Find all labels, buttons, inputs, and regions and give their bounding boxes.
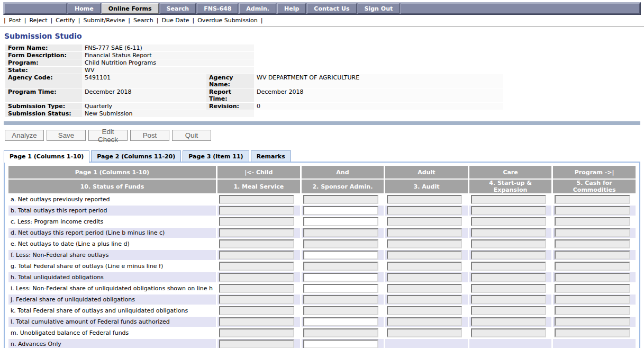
edit-check-button[interactable]: Edit Check (88, 130, 128, 141)
col-header-4: 4. Start-up & Expansion (469, 180, 552, 193)
cell-g-3 (385, 261, 468, 271)
cell-n-1 (217, 339, 300, 348)
cell-l-5 (553, 317, 636, 327)
info-value-agency-name: WV DEPARTMENT OF AGRICULTURE (254, 74, 503, 88)
amount-input-l1 (219, 317, 294, 326)
nav-tab-search[interactable]: Search (160, 3, 196, 14)
cell-g-5 (553, 261, 636, 271)
cell-a-4 (469, 194, 552, 204)
row-label: e. Net outlays to date (Line a plus line… (8, 239, 216, 249)
amount-input-f2[interactable] (303, 251, 378, 260)
amount-input-c2[interactable] (303, 217, 378, 226)
amount-input-h3 (387, 273, 462, 282)
amount-input-l2[interactable] (303, 317, 378, 326)
menu-item-search[interactable]: Search (133, 17, 153, 24)
cell-f-1 (217, 250, 300, 260)
save-button[interactable]: Save (47, 130, 86, 141)
cell-h-5 (553, 272, 636, 282)
cell-e-5 (553, 239, 636, 249)
amount-input-b1 (219, 206, 294, 215)
top-nav: HomeOnline FormsSearchFNS-648Admin.HelpC… (3, 2, 641, 15)
menu-item-reject[interactable]: Reject (29, 17, 47, 24)
info-filler (254, 67, 503, 74)
info-value-submission-type: Quarterly (82, 103, 206, 110)
row-label: h. Total unliquidated obligations (8, 272, 216, 282)
row-label: b. Total outlays this report period (8, 206, 216, 216)
amount-input-b2[interactable] (303, 206, 378, 215)
amount-input-h5 (555, 273, 630, 282)
cell-c-3 (385, 217, 468, 227)
info-value-revision: 0 (254, 103, 503, 110)
menu-item-overdue-submission[interactable]: Overdue Submission (197, 17, 257, 24)
amount-input-j5 (555, 295, 630, 304)
menu-item-due-date[interactable]: Due Date (161, 17, 189, 24)
cell-b-3 (385, 206, 468, 216)
analyze-button[interactable]: Analyze (5, 130, 44, 141)
amount-input-d2 (303, 228, 378, 237)
amount-input-c4 (471, 217, 546, 226)
amount-input-h2[interactable] (303, 273, 378, 282)
col-header-2: 2. Sponsor Admin. (302, 180, 384, 193)
quit-button[interactable]: Quit (172, 130, 211, 141)
nav-tab-admin[interactable]: Admin. (239, 3, 276, 14)
tab-page-1-columns-1-10[interactable]: Page 1 (Columns 1-10) (4, 150, 89, 163)
form-info-grid: Form Name:FNS-777 SAE (6-11)Form Descrip… (5, 44, 508, 117)
amount-input-f4 (471, 251, 546, 260)
table-row-c: c. Less: Program income credits (8, 217, 636, 227)
amount-input-d1 (219, 228, 294, 237)
header-row: 10. Status of Funds1. Meal Service2. Spo… (8, 180, 636, 193)
menu-separator: | (192, 17, 194, 24)
amount-input-i2[interactable] (303, 284, 378, 293)
menu-item-post[interactable]: Post (9, 17, 21, 24)
row-label: d. Net outlays this report period (Line … (8, 228, 216, 238)
amount-input-k4 (471, 306, 546, 315)
nav-tab-help[interactable]: Help (277, 3, 306, 14)
col-group-header-3: Adult (385, 166, 468, 179)
nav-filler-left (4, 3, 67, 14)
cell-a-5 (553, 194, 636, 204)
cell-c-2 (302, 217, 384, 227)
cell-a-3 (385, 194, 468, 204)
info-label-revision: Revision: (206, 103, 254, 110)
amount-input-d5 (555, 228, 630, 237)
tab-page-3-item-11[interactable]: Page 3 (Item 11) (183, 150, 249, 162)
amount-input-j1 (219, 295, 294, 304)
cell-d-4 (469, 228, 552, 238)
row-label: j. Federal share of unliquidated obligat… (8, 295, 216, 305)
nav-tab-online-forms[interactable]: Online Forms (102, 3, 159, 14)
table-row-j: j. Federal share of unliquidated obligat… (8, 295, 636, 305)
table-row-h: h. Total unliquidated obligations (8, 272, 636, 282)
info-filler (254, 44, 503, 51)
amount-input-f3 (387, 251, 462, 260)
cell-f-3 (385, 250, 468, 260)
table-row-m: m. Unobligated balance of Federal funds (8, 328, 636, 338)
amount-input-c1 (219, 217, 294, 226)
table-row-d: d. Net outlays this report period (Line … (8, 228, 636, 238)
col-header-3: 3. Audit (385, 180, 468, 193)
nav-tab-fns-648[interactable]: FNS-648 (197, 3, 238, 14)
amount-input-l4 (471, 317, 546, 326)
nav-tab-sign-out[interactable]: Sign Out (358, 3, 400, 14)
amount-input-n2[interactable] (303, 340, 378, 348)
tab-remarks[interactable]: Remarks (251, 150, 291, 162)
post-button[interactable]: Post (130, 130, 169, 141)
menu-item-submit-revise[interactable]: Submit/Revise (84, 17, 125, 24)
amount-input-n1 (219, 340, 294, 348)
amount-input-m3 (387, 328, 462, 337)
cell-l-2 (302, 317, 384, 327)
cell-i-4 (469, 283, 552, 293)
section-divider-bar (4, 121, 640, 125)
table-row-l: l. Total cumulative amount of Federal fu… (8, 317, 636, 327)
amount-input-k3 (387, 306, 462, 315)
nav-tab-home[interactable]: Home (68, 3, 101, 14)
toolbar: AnalyzeSaveEdit CheckPostQuit (5, 130, 644, 141)
form-action-menu: |Post|Reject|Certify|Submit/Revise|Searc… (0, 15, 644, 26)
row-label: i. Less: Non-Federal share of unliquidat… (8, 283, 216, 293)
menu-item-certify[interactable]: Certify (56, 17, 75, 24)
amount-input-c5 (555, 217, 630, 226)
cell-k-2 (302, 306, 384, 316)
cell-j-3 (385, 295, 468, 305)
tab-page-2-columns-11-20[interactable]: Page 2 (Columns 11-20) (91, 150, 181, 162)
nav-tab-contact-us[interactable]: Contact Us (307, 3, 356, 14)
cell-h-2 (302, 272, 384, 282)
